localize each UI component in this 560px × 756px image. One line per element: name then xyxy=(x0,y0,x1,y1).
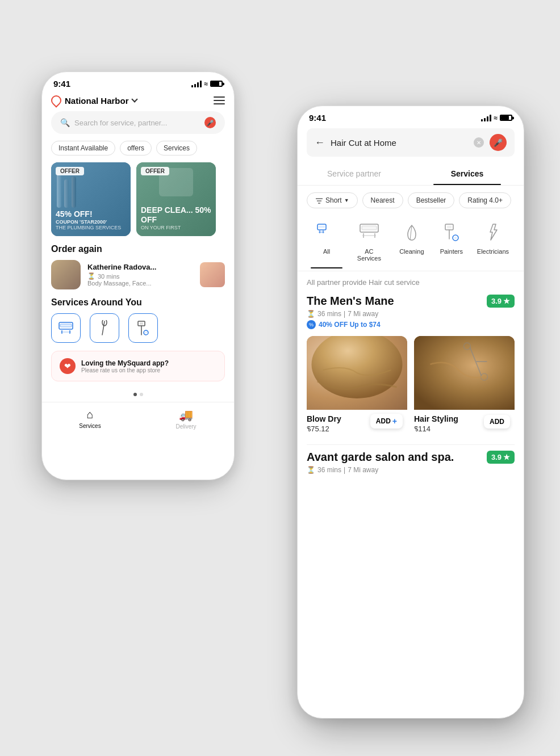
search-bar-back[interactable]: 🔍 Search for service, partner... 🎤 xyxy=(51,111,225,134)
svg-rect-1 xyxy=(60,324,72,327)
filter-nearest[interactable]: Nearest xyxy=(362,192,403,208)
hamburger-line-3 xyxy=(214,103,225,104)
chip-instant[interactable]: Instant Available xyxy=(51,141,115,156)
order-item-1[interactable]: Katherine Radova... ⏳ 30 mins Body Massa… xyxy=(42,260,234,297)
partner-distance-2: 7 Mi away xyxy=(348,466,378,474)
add-hair-styling-button[interactable]: ADD xyxy=(484,415,510,429)
partner-header-1: The Men's Mane 3.9 ★ xyxy=(307,295,515,308)
filter-bestseller[interactable]: Bestseller xyxy=(408,192,455,208)
star-icon-2: ★ xyxy=(503,453,510,461)
hamburger-line-1 xyxy=(214,96,225,98)
signal-bars-front xyxy=(481,115,491,121)
cat-cleaning[interactable]: Cleaning xyxy=(392,215,432,268)
svg-rect-27 xyxy=(447,226,452,229)
tab-delivery-back[interactable]: 🚚 Delivery xyxy=(138,408,234,430)
painters-category-svg xyxy=(443,223,460,241)
clear-search-button[interactable]: ✕ xyxy=(474,137,484,148)
status-bar-back: 9:41 ≈ xyxy=(42,72,234,91)
partner-meta-2: ⏳ 36 mins | 7 Mi away xyxy=(307,466,515,474)
cat-painters[interactable]: Painters xyxy=(432,215,471,268)
chip-offers[interactable]: offers xyxy=(120,141,152,156)
hair-styling-svg xyxy=(414,336,515,410)
rate-app-subtitle: Please rate us on the app store xyxy=(81,367,169,373)
svg-rect-32 xyxy=(414,336,515,410)
cat-electricians-label: Electricians xyxy=(477,248,509,255)
discount-icon-1: % xyxy=(307,320,316,329)
filter-icon xyxy=(315,197,323,204)
service-card-hair-styling: ADD Hair Styling $114 xyxy=(414,336,515,433)
partner-header-2: Avant garde salon and spa. 3.9 ★ xyxy=(307,451,515,464)
signal-bar-1 xyxy=(191,85,193,87)
partner-meta-1: ⏳ 36 mins | 7 Mi away xyxy=(307,310,515,318)
hamburger-menu[interactable] xyxy=(214,96,225,104)
rating-value-2: 3.9 xyxy=(491,453,502,461)
offer-badge-1: OFFER xyxy=(56,167,84,175)
tab-services-label: Services xyxy=(79,423,101,429)
tab-services-back[interactable]: ⌂ Services xyxy=(42,408,138,430)
mic-icon-back[interactable]: 🎤 xyxy=(204,117,216,128)
filter-short[interactable]: Short ▼ xyxy=(307,192,358,208)
order-info-1: Katherine Radova... ⏳ 30 mins Body Massa… xyxy=(87,263,193,287)
battery-fill-front xyxy=(501,116,509,120)
divider-1 xyxy=(307,444,515,445)
signal-bar-f3 xyxy=(487,116,488,121)
rating-badge-1: 3.9 ★ xyxy=(487,295,515,308)
cleaning-category-svg xyxy=(404,223,420,241)
tab-services-front[interactable]: Services xyxy=(411,162,524,185)
service-item-ac[interactable] xyxy=(51,313,81,343)
filter-row-front: Short ▼ Nearest Bestseller Rating 4.0+ xyxy=(298,186,524,215)
order-service-1: Body Massage, Face... xyxy=(87,280,193,287)
signal-bar-f1 xyxy=(481,119,483,121)
signal-bar-4 xyxy=(200,81,202,87)
services-grid xyxy=(42,313,234,343)
partner-time-2: 36 mins xyxy=(317,466,341,474)
filter-rating[interactable]: Rating 4.0+ xyxy=(459,192,511,208)
discount-row-1: % 40% OFF Up to $74 xyxy=(307,320,515,329)
rate-app-title: Loving the MySquard app? xyxy=(81,359,169,367)
cat-cleaning-label: Cleaning xyxy=(399,248,424,255)
search-input-front[interactable]: Hair Cut at Home xyxy=(331,138,468,148)
add-blow-dry-button[interactable]: Blow Dry ADD + xyxy=(370,414,403,429)
offers-cards: OFFER 45% OFF! COUPON 'STAR2000' THE PLU… xyxy=(42,162,234,244)
search-row-front[interactable]: ← Hair Cut at Home ✕ 🎤 xyxy=(307,128,515,157)
svg-point-30 xyxy=(454,237,457,240)
search-icon: 🔍 xyxy=(60,118,70,127)
service-item-painters[interactable] xyxy=(128,313,158,343)
service-item-cleaning[interactable] xyxy=(90,313,119,343)
cat-all[interactable]: All xyxy=(307,215,346,268)
clock-icon: ⏳ xyxy=(87,272,95,280)
cat-ac-icon xyxy=(357,220,382,245)
cat-electricians[interactable]: Electricians xyxy=(471,215,515,268)
home-icon: ⌂ xyxy=(86,408,93,421)
filter-chips-back: Instant Available offers Services xyxy=(42,141,234,162)
ac-svg-icon xyxy=(58,321,74,335)
tabs-row: Service partner Services xyxy=(298,162,524,186)
chevron-down-icon xyxy=(131,96,137,102)
svg-rect-21 xyxy=(362,226,377,230)
offer-text-1: 45% OFF! COUPON 'STAR2000' THE PLUMBING … xyxy=(56,209,126,230)
location-pin-icon xyxy=(49,93,63,107)
battery-icon-front xyxy=(500,115,512,121)
back-arrow-icon[interactable]: ← xyxy=(315,137,325,149)
search-area-front: ← Hair Cut at Home ✕ 🎤 xyxy=(298,125,524,162)
cleaning-svg-icon xyxy=(98,320,111,336)
pipe-3 xyxy=(72,177,76,208)
order-again-title: Order again xyxy=(42,244,234,260)
tab-service-partner[interactable]: Service partner xyxy=(298,162,411,185)
order-avatar-1 xyxy=(51,260,81,289)
service-cards-row-1: Blow Dry ADD + Blow Dry $75.12 xyxy=(307,336,515,433)
status-bar-front: 9:41 ≈ xyxy=(298,106,524,125)
offer-card-2[interactable]: OFFER DEEP CLEA... 50% OFF ON YOUR FIRST xyxy=(136,162,216,236)
rate-app-banner[interactable]: ❤ Loving the MySquard app? Please rate u… xyxy=(51,351,225,381)
partner-name-1: The Men's Mane xyxy=(307,295,394,308)
clock-icon-2: ⏳ xyxy=(307,466,315,474)
section-subtitle: All partner provide Hair cut service xyxy=(307,278,515,287)
mic-button-front[interactable]: 🎤 xyxy=(490,134,507,151)
cat-ac[interactable]: AC Services xyxy=(346,215,392,268)
heart-icon: ❤ xyxy=(60,358,76,374)
rate-text: Loving the MySquard app? Please rate us … xyxy=(81,359,169,373)
offer-card-1[interactable]: OFFER 45% OFF! COUPON 'STAR2000' THE PLU… xyxy=(51,162,131,236)
offer-discount-1: 45% OFF! xyxy=(56,209,126,219)
chip-services[interactable]: Services xyxy=(156,141,197,156)
location-row[interactable]: National Harbor xyxy=(51,95,137,106)
